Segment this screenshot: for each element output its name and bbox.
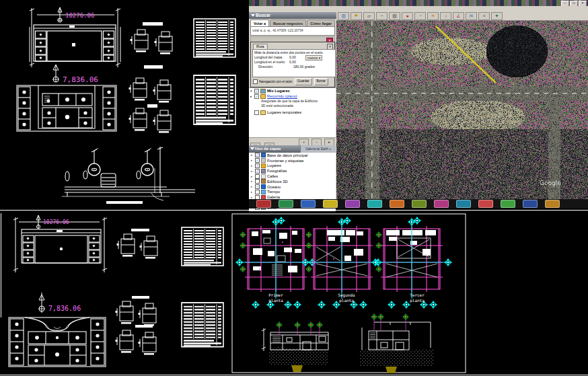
depth-dim-symbol bbox=[52, 65, 59, 82]
search-tab[interactable]: Volar a bbox=[250, 20, 269, 26]
folder-icon bbox=[260, 110, 266, 115]
layer-checkbox[interactable]: ✓ bbox=[255, 169, 260, 174]
desk-elevation bbox=[62, 147, 195, 204]
desk-right-drawers bbox=[104, 31, 114, 61]
earth-gallery-button[interactable]: Galería de Earth » bbox=[300, 145, 336, 153]
collapse-triangle-icon bbox=[251, 14, 255, 17]
tour-checkbox[interactable]: ✓ bbox=[254, 94, 259, 99]
print-icon[interactable]: ≡ bbox=[478, 12, 490, 20]
elevation-1 bbox=[262, 322, 328, 373]
layers-header-title[interactable]: Uso de capas bbox=[249, 145, 300, 153]
search-panel-title: Buscar bbox=[256, 13, 270, 17]
layers-header: Uso de capas Galería de Earth » bbox=[249, 145, 336, 153]
temporary-places-checkbox[interactable] bbox=[254, 110, 259, 115]
layer-icon bbox=[261, 174, 266, 179]
image-overlay-icon[interactable]: ▧ bbox=[389, 12, 400, 20]
depth-dim-symbol-2 bbox=[38, 293, 45, 313]
layer-row[interactable]: ▸ ✓ Fotografías bbox=[249, 168, 336, 174]
tour-link[interactable]: Recorrido (plano) bbox=[267, 94, 297, 98]
desk-left-drawers bbox=[36, 31, 46, 61]
cad-bottom-left-drawing: 10276.06 bbox=[0, 212, 229, 376]
taskbar-app-icon[interactable] bbox=[434, 200, 449, 208]
layer-checkbox[interactable] bbox=[255, 190, 260, 194]
layer-row[interactable]: ▸ ✓ Lugares bbox=[249, 163, 336, 169]
layer-row[interactable]: ▸ ✓ Océano bbox=[249, 184, 336, 190]
layer-icon bbox=[261, 179, 266, 184]
mouse-nav-checkbox[interactable] bbox=[253, 79, 258, 84]
cad-top-left-viewport: 10276.06 bbox=[0, 0, 249, 209]
chair-group-6 bbox=[116, 325, 157, 355]
taskbar-app-icon[interactable] bbox=[256, 200, 271, 208]
window-title-bar[interactable]: –□× bbox=[249, 0, 588, 6]
layer-checkbox[interactable]: ✓ bbox=[255, 184, 260, 189]
taskbar-app-icon[interactable] bbox=[456, 200, 471, 208]
notched-cabinet-plan bbox=[9, 317, 106, 367]
units-dropdown[interactable]: metros ▾ bbox=[305, 55, 322, 61]
layer-checkbox[interactable]: ✓ bbox=[255, 163, 260, 168]
mouse-nav-label: Navegación con el ratón bbox=[259, 80, 293, 83]
record-tour-icon[interactable]: ● bbox=[402, 12, 413, 20]
floor-plan-label: Segundaplanta bbox=[326, 293, 367, 303]
taskbar-app-icon[interactable] bbox=[545, 200, 560, 208]
taskbar-app-icon[interactable] bbox=[390, 200, 404, 208]
taskbar-app-icon[interactable] bbox=[501, 200, 515, 208]
depth-dimension-text: 7,836.06 bbox=[63, 75, 98, 84]
taskbar-app-icon[interactable] bbox=[367, 200, 382, 208]
sidebar-toggle-icon[interactable]: ▥ bbox=[338, 12, 349, 20]
chair-group-1 bbox=[131, 22, 173, 54]
layer-row[interactable]: ▸ ✓ Base de datos principal bbox=[249, 153, 336, 158]
cad-top-left-drawing: 10276.06 bbox=[0, 0, 249, 209]
earth-toolbar: ▥⚑▱~▧●◔☀♁∠✉≡▼ bbox=[336, 12, 588, 21]
layer-checkbox[interactable]: ✓ bbox=[255, 158, 260, 163]
sunlight-icon[interactable]: ☀ bbox=[427, 12, 439, 20]
search-tab[interactable]: Cómo llegar bbox=[307, 20, 335, 26]
ruler-dialog: Ruta × Mide la distancia entre dos punto… bbox=[250, 42, 335, 87]
path-icon[interactable]: ~ bbox=[376, 12, 388, 20]
ruler-tab[interactable]: Ruta bbox=[253, 44, 268, 49]
taskbar-app-icon[interactable] bbox=[323, 200, 338, 208]
my-places-row[interactable]: ▾ ✓ Mis Lugares bbox=[249, 88, 336, 93]
planets-icon[interactable]: ♁ bbox=[440, 12, 451, 20]
temporary-places-label: Lugares temporales bbox=[267, 110, 301, 114]
search-input[interactable]: volar a, p. ej., 42,47009 -122,20734 bbox=[250, 26, 335, 36]
temporary-places-row[interactable]: Lugares temporales bbox=[249, 110, 336, 115]
search-tab[interactable]: Buscar negocios bbox=[270, 20, 306, 26]
layer-checkbox[interactable] bbox=[255, 174, 260, 179]
taskbar-app-icon[interactable] bbox=[412, 200, 427, 208]
layer-row[interactable]: ▸ ✓ Fronteras y etiquetas bbox=[249, 158, 336, 163]
schedule-table-2 bbox=[194, 75, 235, 124]
taskbar-app-icon[interactable] bbox=[279, 200, 293, 208]
floor-plan-label: Primerplanta bbox=[256, 293, 296, 303]
layer-checkbox[interactable]: ✓ bbox=[255, 153, 260, 157]
places-panel: ▾ ✓ Mis Lugares ▸ ✓ Recorrido (plano) As… bbox=[249, 87, 336, 138]
layer-label: Tiempo bbox=[267, 190, 280, 194]
historical-imagery-icon[interactable]: ◔ bbox=[414, 12, 426, 20]
tour-description: Asegúrate de que la capa de Edificios 3D… bbox=[249, 99, 336, 108]
lamp-right bbox=[137, 148, 153, 179]
placemark-icon[interactable]: ⚑ bbox=[351, 12, 362, 20]
email-icon[interactable]: ✉ bbox=[466, 12, 477, 20]
ruler-save-button[interactable]: Guardar bbox=[295, 78, 312, 85]
ruler-icon[interactable]: ∠ bbox=[453, 12, 464, 20]
layer-row[interactable]: ▸ Calles bbox=[249, 174, 336, 179]
screenshot-root: 10276.06 bbox=[0, 0, 588, 376]
save-image-icon[interactable]: ▼ bbox=[491, 12, 503, 20]
layer-row[interactable]: ▸ Edificios 3D bbox=[249, 179, 336, 184]
layer-row[interactable]: ▸ Tiempo bbox=[249, 190, 336, 195]
layer-checkbox[interactable] bbox=[255, 179, 260, 184]
search-panel-header[interactable]: Buscar bbox=[249, 12, 336, 19]
ruler-clear-button[interactable]: Borrar bbox=[314, 78, 328, 85]
frame-line-left bbox=[1, 213, 1, 317]
taskbar-app-icon[interactable] bbox=[301, 200, 316, 208]
my-places-checkbox[interactable]: ✓ bbox=[254, 89, 259, 93]
taskbar-app-icon[interactable] bbox=[523, 200, 538, 208]
length-ground-label: Longitud en el suelo: bbox=[254, 60, 289, 65]
satellite-map[interactable] bbox=[336, 21, 588, 199]
schedule-table-1 bbox=[194, 19, 235, 57]
direction-value: 180,00 grados bbox=[293, 65, 315, 69]
polygon-icon[interactable]: ▱ bbox=[363, 12, 375, 20]
width-dimension-text: 10276.06 bbox=[65, 12, 94, 19]
taskbar-app-icon[interactable] bbox=[345, 200, 360, 208]
taskbar-app-icon[interactable] bbox=[478, 200, 493, 208]
tour-row[interactable]: ▸ ✓ Recorrido (plano) bbox=[249, 93, 336, 99]
